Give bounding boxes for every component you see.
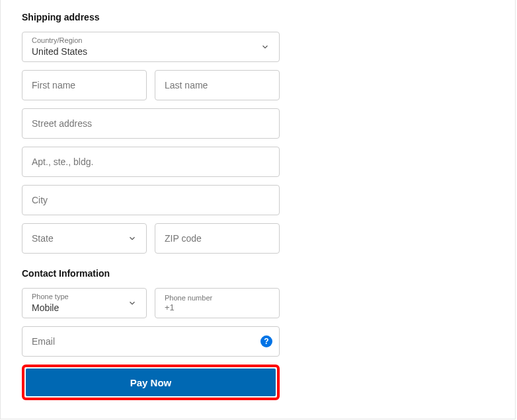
email-field[interactable]: ?	[22, 326, 280, 357]
state-placeholder: State	[32, 233, 137, 244]
street-address-field[interactable]	[22, 108, 280, 139]
state-select[interactable]: State	[22, 223, 147, 254]
email-input[interactable]	[32, 336, 270, 347]
contact-information-title: Contact Information	[22, 268, 280, 279]
phone-type-value: Mobile	[32, 302, 137, 314]
street-address-input[interactable]	[32, 118, 270, 129]
country-region-value: United States	[32, 46, 270, 57]
phone-number-prefix: +1	[165, 302, 270, 312]
shipping-address-title: Shipping address	[22, 12, 280, 22]
phone-type-select[interactable]: Phone type Mobile	[22, 288, 147, 318]
last-name-input[interactable]	[165, 80, 270, 90]
country-region-label: Country/Region	[32, 36, 270, 45]
last-name-field[interactable]	[155, 70, 280, 100]
zip-field[interactable]	[155, 223, 280, 254]
apt-input[interactable]	[32, 157, 270, 167]
first-name-field[interactable]	[22, 70, 147, 100]
city-input[interactable]	[32, 195, 270, 205]
pay-now-highlight: Pay Now	[22, 365, 280, 400]
phone-type-label: Phone type	[32, 293, 137, 301]
country-region-select[interactable]: Country/Region United States	[22, 32, 280, 62]
first-name-input[interactable]	[32, 80, 137, 90]
zip-input[interactable]	[165, 233, 270, 244]
checkout-panel: Shipping address Country/Region United S…	[0, 0, 516, 419]
apt-field[interactable]	[22, 147, 280, 177]
phone-number-label: Phone number	[165, 294, 270, 302]
city-field[interactable]	[22, 185, 280, 215]
help-icon[interactable]: ?	[260, 335, 272, 347]
checkout-form: Shipping address Country/Region United S…	[22, 12, 280, 400]
phone-number-field[interactable]: Phone number +1	[155, 288, 280, 318]
pay-now-button[interactable]: Pay Now	[26, 368, 276, 396]
